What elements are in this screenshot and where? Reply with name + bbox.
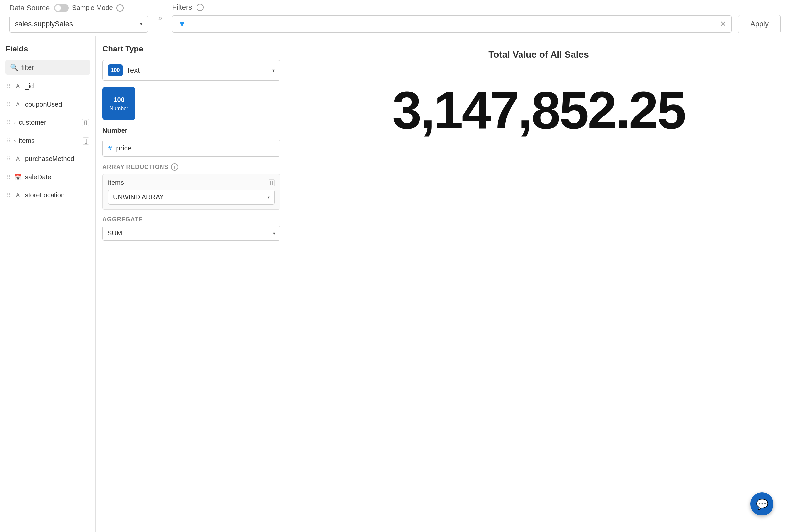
sample-mode-container: Sample Mode i [54, 4, 123, 12]
field-name-customer: customer [19, 119, 79, 127]
field-item-id[interactable]: ⠿ A _id [5, 80, 90, 93]
chart-panel: Chart Type 100 Text ▾ 100 Number Number … [96, 36, 287, 532]
datasource-select[interactable]: sales.supplySales ▾ [9, 16, 148, 33]
aggregate-value: SUM [107, 229, 122, 237]
search-icon: 🔍 [10, 63, 18, 71]
field-item-items[interactable]: ⠿ › items [] [5, 134, 90, 147]
field-item-customer[interactable]: ⠿ › customer {} [5, 116, 90, 129]
sample-mode-label: Sample Mode [72, 4, 113, 12]
field-name-purchasemethod: purchaseMethod [25, 155, 89, 163]
filter-funnel-icon: ▼ [178, 19, 186, 29]
filters-bar[interactable]: ▼ ✕ [172, 15, 732, 33]
field-type-icon-purchasemethod: A [14, 155, 22, 163]
expand-icon-customer: › [14, 120, 16, 126]
number-field-name: price [116, 144, 132, 152]
drag-handle-purchasemethod: ⠿ [6, 156, 11, 162]
field-badge-customer: {} [82, 119, 89, 127]
chart-display: Total Value of All Sales 3,147,852.25 💬 [287, 36, 790, 532]
chart-type-chevron-icon: ▾ [273, 68, 275, 73]
array-reductions-info-icon[interactable]: i [171, 163, 178, 171]
chart-option-number[interactable]: 100 Number [103, 87, 135, 120]
aggregate-section: AGGREGATE SUM ▾ [103, 216, 280, 241]
chart-panel-title: Chart Type [103, 44, 280, 54]
field-type-icon-storelocation: A [14, 192, 22, 199]
chart-type-icon-label: 100 [111, 67, 120, 73]
chart-type-icon: 100 [108, 64, 123, 76]
field-name-couponused: couponUsed [25, 101, 89, 108]
field-type-icon-couponused: A [14, 101, 22, 108]
datasource-label: Data Source [9, 4, 50, 12]
sample-mode-toggle[interactable] [54, 4, 69, 12]
chart-type-select[interactable]: 100 Text ▾ [103, 60, 280, 80]
chart-option-number-icon: 100 [113, 96, 124, 103]
hash-icon: # [108, 144, 112, 152]
number-section: Number # price [103, 127, 280, 157]
reductions-select[interactable]: UNWIND ARRAY ▾ [108, 190, 275, 205]
reductions-box: items [] UNWIND ARRAY ▾ [103, 174, 280, 210]
drag-handle-customer: ⠿ [6, 119, 11, 126]
field-name-saledate: saleDate [25, 173, 89, 181]
filter-clear-icon[interactable]: ✕ [720, 20, 726, 28]
fields-title: Fields [5, 44, 90, 54]
main-content: Fields 🔍 ⠿ A _id ⠿ A couponUsed ⠿ › cust… [0, 36, 790, 532]
chart-option-number-label: Number [110, 106, 128, 112]
reductions-value: UNWIND ARRAY [113, 193, 164, 201]
reductions-items-label: items [] [108, 179, 275, 187]
number-section-label: Number [103, 127, 280, 134]
array-reductions-label: ARRAY REDUCTIONS i [103, 163, 280, 171]
top-bar-left: Data Source Sample Mode i sales.supplySa… [9, 4, 148, 33]
filters-label-row: Filters i [172, 3, 781, 12]
datasource-value: sales.supplySales [15, 20, 73, 28]
filters-section: Filters i ▼ ✕ Apply [172, 3, 781, 33]
field-item-storelocation[interactable]: ⠿ A storeLocation [5, 189, 90, 202]
field-name-id: _id [25, 82, 89, 90]
field-search[interactable]: 🔍 [5, 60, 90, 75]
drag-handle-storelocation: ⠿ [6, 192, 11, 198]
aggregate-chevron-icon: ▾ [273, 231, 275, 236]
field-name-storelocation: storeLocation [25, 191, 89, 199]
filters-info-icon[interactable]: i [197, 4, 204, 11]
chat-icon: 💬 [756, 498, 768, 510]
array-reductions-section: ARRAY REDUCTIONS i items [] UNWIND ARRAY… [103, 163, 280, 210]
reductions-chevron-icon: ▾ [268, 195, 270, 200]
chat-button[interactable]: 💬 [750, 492, 773, 515]
chart-option-grid: 100 Number [103, 87, 280, 120]
chart-value: 3,147,852.25 [392, 80, 685, 140]
chart-title: Total Value of All Sales [489, 50, 589, 60]
number-field-box[interactable]: # price [103, 139, 280, 157]
field-type-icon-id: A [14, 83, 22, 90]
drag-handle-id: ⠿ [6, 83, 11, 90]
expand-icon-items: › [14, 138, 16, 144]
field-name-items: items [19, 137, 79, 145]
drag-handle-saledate: ⠿ [6, 174, 11, 180]
field-type-icon-saledate: 📅 [14, 174, 22, 181]
field-badge-items: [] [82, 137, 89, 145]
field-search-input[interactable] [21, 64, 86, 71]
datasource-label-row: Data Source Sample Mode i [9, 4, 148, 12]
apply-button[interactable]: Apply [738, 15, 781, 33]
fields-panel: Fields 🔍 ⠿ A _id ⠿ A couponUsed ⠿ › cust… [0, 36, 96, 532]
field-item-saledate[interactable]: ⠿ 📅 saleDate [5, 171, 90, 184]
aggregate-select[interactable]: SUM ▾ [103, 226, 280, 241]
field-item-purchasemethod[interactable]: ⠿ A purchaseMethod [5, 152, 90, 165]
sample-mode-info-icon[interactable]: i [116, 4, 124, 12]
field-item-couponused[interactable]: ⠿ A couponUsed [5, 98, 90, 111]
drag-handle-couponused: ⠿ [6, 101, 11, 108]
chart-type-label: Text [127, 66, 269, 75]
double-arrow-icon: » [154, 14, 165, 23]
items-badge: [] [269, 179, 275, 187]
datasource-chevron-icon: ▾ [140, 21, 142, 27]
top-bar: Data Source Sample Mode i sales.supplySa… [0, 0, 790, 36]
drag-handle-items: ⠿ [6, 138, 11, 144]
filters-label: Filters [172, 3, 192, 12]
aggregate-label: AGGREGATE [103, 216, 280, 223]
